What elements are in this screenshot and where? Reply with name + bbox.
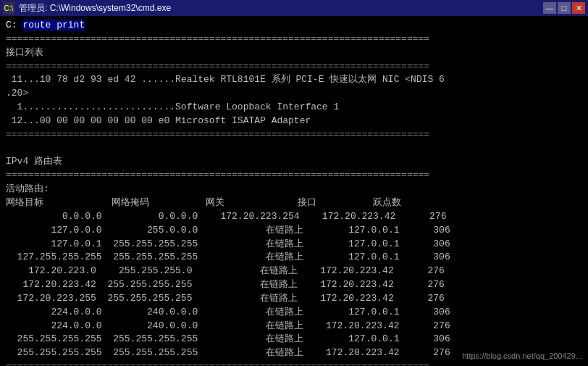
titlebar-left: C:\ 管理员: C:\Windows\system32\cmd.exe: [3, 2, 171, 14]
route-5: 172.20.223.0 255.255.255.0 在链路上 172.20.2…: [6, 265, 582, 278]
interface-line-1b: .20>: [6, 87, 582, 101]
route-9: 224.0.0.0 240.0.0.0 在链路上 172.20.223.42 2…: [6, 320, 582, 333]
prompt-line: C: route print: [6, 19, 582, 33]
title-bar: C:\ 管理员: C:\Windows\system32\cmd.exe — □…: [0, 0, 588, 16]
route-4: 127.255.255.255 255.255.255.255 在链路上 127…: [6, 251, 582, 265]
ipv4-header: IPv4 路由表: [6, 155, 582, 169]
route-1: 0.0.0.0 0.0.0.0 172.20.223.254 172.20.22…: [6, 210, 582, 224]
cmd-icon: C:\: [3, 2, 14, 14]
separator-4: ========================================…: [6, 169, 582, 183]
col-headers: 网络目标 网络掩码 网关 接口 跃点数: [6, 196, 582, 210]
watermark: https://blog.csdn.net/qq_200429...: [462, 352, 582, 360]
separator-2: ========================================…: [6, 60, 582, 74]
window-title: 管理员: C:\Windows\system32\cmd.exe: [19, 2, 171, 14]
command-highlight: route print: [22, 20, 85, 30]
separator-5: ========================================…: [6, 360, 582, 366]
interface-line-2: 1...........................Software Loo…: [6, 101, 582, 115]
separator-3: ========================================…: [6, 128, 582, 142]
route-2: 127.0.0.0 255.0.0.0 在链路上 127.0.0.1 306: [6, 224, 582, 238]
blank-1: [6, 142, 582, 156]
minimize-button[interactable]: —: [543, 2, 556, 14]
maximize-button[interactable]: □: [558, 2, 571, 14]
close-button[interactable]: ✕: [572, 2, 585, 14]
route-10: 255.255.255.255 255.255.255.255 在链路上 127…: [6, 333, 582, 346]
active-routes-label: 活动路由:: [6, 183, 582, 196]
route-8: 224.0.0.0 240.0.0.0 在链路上 127.0.0.1 306: [6, 306, 582, 320]
interface-line-1: 11...10 78 d2 93 ed 42 ......Realtek RTL…: [6, 73, 582, 87]
separator-1: ========================================…: [6, 33, 582, 46]
window-controls: — □ ✕: [543, 2, 585, 14]
route-7: 172.20.223.255 255.255.255.255 在链路上 172.…: [6, 292, 582, 306]
route-6: 172.20.223.42 255.255.255.255 在链路上 172.2…: [6, 278, 582, 292]
interface-header: 接口列表: [6, 46, 582, 60]
terminal-window: C: route print =========================…: [0, 16, 588, 366]
route-3: 127.0.0.1 255.255.255.255 在链路上 127.0.0.1…: [6, 238, 582, 251]
interface-line-3: 12...00 00 00 00 00 00 00 e0 Microsoft I…: [6, 115, 582, 128]
